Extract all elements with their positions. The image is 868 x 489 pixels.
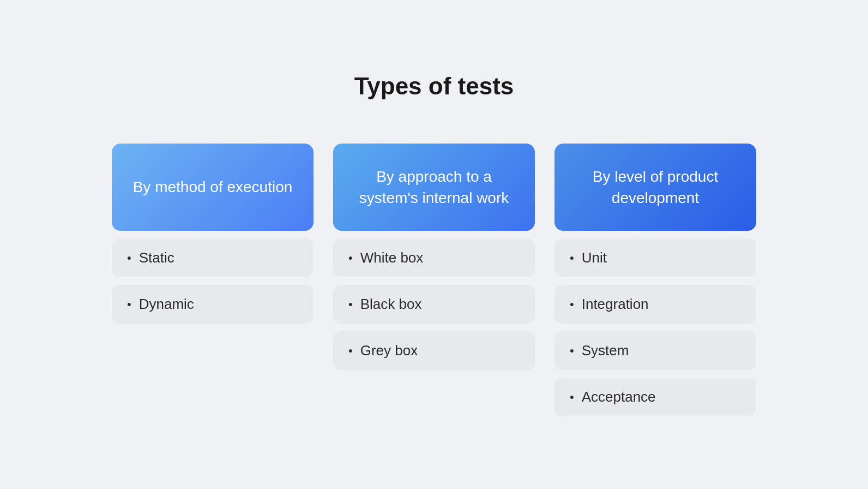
list-item: •Acceptance [554, 378, 756, 416]
list-item: •Dynamic [112, 285, 314, 324]
list-item: •System [554, 331, 756, 370]
item-label: Unit [582, 249, 607, 266]
column-header-approach: By approach to a system's internal work [333, 144, 535, 231]
list-item: •Integration [554, 285, 756, 324]
list-item: •Unit [554, 238, 756, 277]
bullet-icon: • [348, 297, 353, 312]
bullet-icon: • [570, 390, 574, 404]
list-item: •Black box [333, 285, 535, 324]
bullet-icon: • [127, 251, 131, 265]
item-label: Grey box [360, 342, 418, 359]
bullet-icon: • [570, 297, 574, 312]
columns-container: By method of execution•Static•DynamicBy … [112, 144, 756, 416]
item-label: Dynamic [139, 296, 194, 313]
bullet-icon: • [348, 344, 353, 358]
bullet-icon: • [348, 251, 353, 265]
item-label: White box [360, 249, 424, 266]
page-title: Types of tests [354, 73, 514, 100]
column-approach: By approach to a system's internal work•… [333, 144, 535, 370]
column-header-level: By level of product development [554, 144, 756, 231]
list-item: •White box [333, 238, 535, 277]
item-label: System [582, 342, 629, 359]
bullet-icon: • [570, 344, 574, 358]
item-label: Acceptance [582, 389, 656, 405]
item-label: Static [139, 249, 174, 266]
item-label: Black box [360, 296, 422, 313]
list-item: •Static [112, 238, 314, 277]
column-header-execution: By method of execution [112, 144, 314, 231]
list-item: •Grey box [333, 331, 535, 370]
bullet-icon: • [570, 251, 574, 265]
column-level: By level of product development•Unit•Int… [554, 144, 756, 416]
bullet-icon: • [127, 297, 131, 312]
column-execution: By method of execution•Static•Dynamic [112, 144, 314, 324]
item-label: Integration [582, 296, 649, 313]
